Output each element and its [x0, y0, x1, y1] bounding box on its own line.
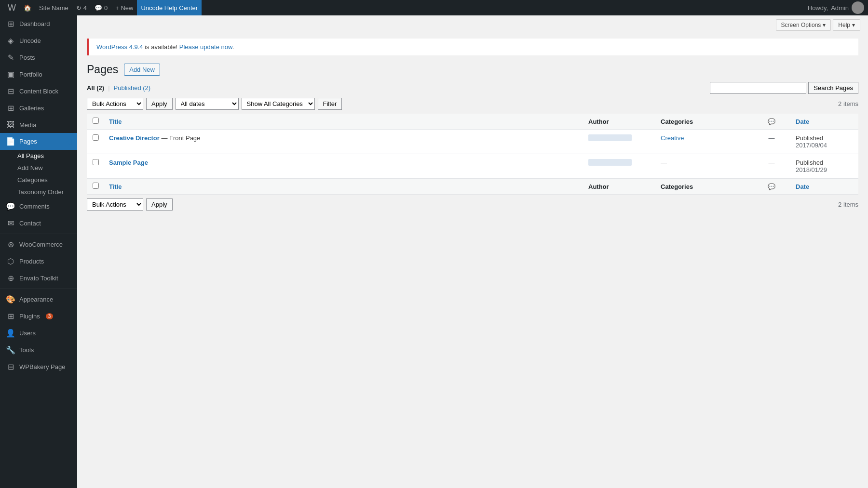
page-header: Pages Add New [87, 63, 858, 76]
sidebar-item-contact[interactable]: ✉ Contact [0, 215, 77, 232]
wpbakery-icon: ⊟ [6, 362, 15, 371]
sidebar-item-label: Comments [19, 203, 50, 210]
sidebar-all-pages[interactable]: All Pages [0, 150, 77, 162]
bulk-actions-select-top[interactable]: Bulk Actions Edit Move to Trash [87, 98, 143, 110]
avatar [852, 1, 864, 14]
sidebar-add-new[interactable]: Add New [0, 162, 77, 174]
dates-select[interactable]: All dates January 2018 September 2017 [176, 98, 239, 110]
row-date-cell-1: Published 2017/09/04 [791, 130, 858, 154]
search-pages-button[interactable]: Search Pages [808, 82, 858, 94]
row-date-cell-2: Published 2018/01/29 [791, 154, 858, 179]
screen-options-button[interactable]: Screen Options ▾ [776, 19, 831, 31]
wp-version-link[interactable]: WordPress 4.9.4 [96, 43, 143, 51]
filter-button[interactable]: Filter [318, 98, 342, 110]
topbar-comments[interactable]: 💬 0 [91, 0, 111, 15]
sidebar-item-wpbakery[interactable]: ⊟ WPBakery Page [0, 358, 77, 375]
sidebar-item-comments[interactable]: 💬 Comments [0, 198, 77, 215]
table-body: Creative Director — Front Page Creative … [87, 130, 858, 179]
sidebar-item-products[interactable]: ⬡ Products [0, 253, 77, 270]
topbar-new[interactable]: + New [111, 0, 137, 15]
sidebar-item-uncode[interactable]: ◈ Uncode [0, 32, 77, 49]
sidebar-item-label: Content Block [19, 88, 58, 95]
sidebar-item-galleries[interactable]: ⊞ Galleries [0, 100, 77, 117]
sidebar-categories[interactable]: Categories [0, 174, 77, 186]
filter-tab-all[interactable]: All (2) [87, 84, 104, 92]
row-checkbox-cell [87, 154, 104, 179]
sidebar-item-label: Users [19, 330, 36, 337]
filter-tabs: All (2) | Published (2) [87, 84, 150, 92]
topbar-right: Howdy, Admin [808, 1, 864, 14]
sidebar-item-label: Uncode [19, 37, 41, 44]
layout: ⊞ Dashboard ◈ Uncode ✎ Posts ▣ Portfolio… [0, 15, 868, 488]
topbar-updates[interactable]: ↻ 4 [72, 0, 91, 15]
sidebar-item-label: Portfolio [19, 71, 42, 78]
sidebar-item-plugins[interactable]: ⊞ Plugins 3 [0, 308, 77, 325]
apply-button-bottom[interactable]: Apply [146, 198, 173, 211]
row-checkbox-cell [87, 130, 104, 154]
sidebar-item-woocommerce[interactable]: ⊛ WooCommerce [0, 236, 77, 253]
categories-select[interactable]: Show All Categories [242, 98, 315, 110]
topbar-site-name[interactable]: Site Name [35, 0, 72, 15]
add-new-button[interactable]: Add New [124, 64, 160, 76]
th-date: Date [791, 114, 858, 130]
sidebar-item-label: Appearance [19, 296, 53, 303]
sidebar-item-label: Pages [19, 138, 37, 145]
sidebar-item-envato-toolkit[interactable]: ⊕ Envato Toolkit [0, 270, 77, 287]
bulk-actions-select-bottom[interactable]: Bulk Actions Edit Move to Trash [87, 198, 143, 211]
sidebar-item-label: WPBakery Page [19, 363, 65, 370]
date-sort-link[interactable]: Date [796, 118, 809, 125]
comment-dash-1: — [769, 134, 775, 142]
sidebar-item-dashboard[interactable]: ⊞ Dashboard [0, 15, 77, 32]
tf-date: Date [791, 179, 858, 195]
page-title-link-1[interactable]: Creative Director [109, 134, 160, 142]
row-checkbox-2[interactable] [93, 159, 99, 165]
row-author-cell-2 [583, 154, 656, 179]
wp-logo[interactable]: W [4, 3, 20, 13]
page-title-suffix-1: — Front Page [161, 134, 200, 142]
pages-icon: 📄 [6, 137, 15, 146]
title-sort-link[interactable]: Title [109, 118, 122, 125]
tf-checkbox [87, 179, 104, 195]
action-bar-top: Bulk Actions Edit Move to Trash Apply Al… [87, 98, 858, 110]
sidebar-item-content-block[interactable]: ⊟ Content Block [0, 83, 77, 100]
update-link[interactable]: Please update now [179, 43, 232, 51]
sidebar-item-appearance[interactable]: 🎨 Appearance [0, 291, 77, 308]
page-title-link-2[interactable]: Sample Page [109, 159, 148, 166]
sidebar-item-label: Contact [19, 220, 41, 227]
sidebar-item-media[interactable]: 🖼 Media [0, 117, 77, 133]
category-link-1[interactable]: Creative [661, 134, 684, 142]
date-sort-link-footer[interactable]: Date [796, 183, 809, 190]
sidebar-taxonomy-order[interactable]: Taxonomy Order [0, 186, 77, 198]
topbar-help-center[interactable]: Uncode Help Center [137, 0, 202, 15]
apply-button-top[interactable]: Apply [146, 98, 173, 110]
screen-options-bar: Screen Options ▾ Help ▾ [77, 15, 868, 31]
sidebar-item-tools[interactable]: 🔧 Tools [0, 342, 77, 358]
media-icon: 🖼 [6, 120, 15, 129]
th-title: Title [104, 114, 583, 130]
table-foot: Title Author Categories 💬 Date [87, 179, 858, 195]
sidebar-item-label: Dashboard [19, 20, 50, 27]
table-row: Sample Page — — Published [87, 154, 858, 179]
sidebar-item-pages[interactable]: 📄 Pages ◀ [0, 133, 77, 150]
th-checkbox [87, 114, 104, 130]
sidebar-item-posts[interactable]: ✎ Posts [0, 49, 77, 66]
products-icon: ⬡ [6, 257, 15, 266]
topbar-home[interactable]: 🏠 [20, 0, 35, 15]
topbar-howdy: Howdy, Admin [808, 1, 864, 14]
title-sort-link-footer[interactable]: Title [109, 183, 122, 190]
sidebar-item-portfolio[interactable]: ▣ Portfolio [0, 66, 77, 83]
comment-dash-2: — [769, 159, 775, 166]
search-input[interactable] [710, 82, 806, 94]
help-button[interactable]: Help ▾ [833, 19, 860, 31]
main-content: Screen Options ▾ Help ▾ WordPress 4.9.4 … [77, 15, 868, 488]
select-all-checkbox-bottom[interactable] [93, 183, 99, 189]
sidebar-item-label: Galleries [19, 105, 44, 112]
woocommerce-icon: ⊛ [6, 240, 15, 249]
select-all-checkbox-top[interactable] [93, 118, 99, 124]
content-block-icon: ⊟ [6, 87, 15, 96]
sidebar-item-users[interactable]: 👤 Users [0, 325, 77, 342]
filter-tab-published[interactable]: Published (2) [114, 84, 151, 92]
tf-title: Title [104, 179, 583, 195]
row-checkbox-1[interactable] [93, 134, 99, 141]
content-area: WordPress 4.9.4 is available! Please upd… [77, 31, 868, 222]
